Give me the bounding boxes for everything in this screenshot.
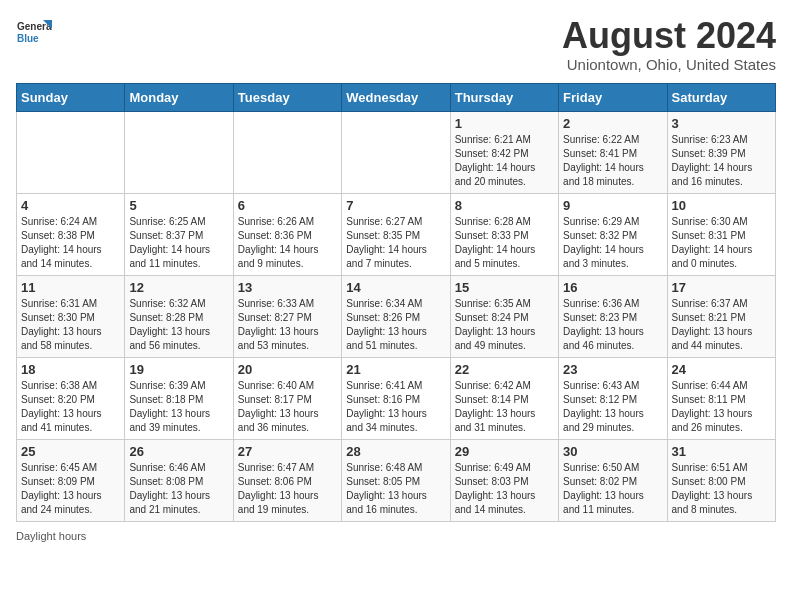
- day-info: Sunrise: 6:41 AMSunset: 8:16 PMDaylight:…: [346, 379, 445, 435]
- svg-text:Blue: Blue: [17, 33, 39, 44]
- day-info: Sunrise: 6:34 AMSunset: 8:26 PMDaylight:…: [346, 297, 445, 353]
- calendar-cell: 7Sunrise: 6:27 AMSunset: 8:35 PMDaylight…: [342, 193, 450, 275]
- day-number: 23: [563, 362, 662, 377]
- calendar-week-5: 25Sunrise: 6:45 AMSunset: 8:09 PMDayligh…: [17, 439, 776, 521]
- day-info: Sunrise: 6:36 AMSunset: 8:23 PMDaylight:…: [563, 297, 662, 353]
- day-number: 30: [563, 444, 662, 459]
- day-info: Sunrise: 6:49 AMSunset: 8:03 PMDaylight:…: [455, 461, 554, 517]
- day-number: 7: [346, 198, 445, 213]
- calendar-cell: 24Sunrise: 6:44 AMSunset: 8:11 PMDayligh…: [667, 357, 775, 439]
- day-info: Sunrise: 6:47 AMSunset: 8:06 PMDaylight:…: [238, 461, 337, 517]
- day-info: Sunrise: 6:23 AMSunset: 8:39 PMDaylight:…: [672, 133, 771, 189]
- calendar-cell: [233, 111, 341, 193]
- calendar-header-row: SundayMondayTuesdayWednesdayThursdayFrid…: [17, 83, 776, 111]
- day-number: 5: [129, 198, 228, 213]
- day-number: 4: [21, 198, 120, 213]
- calendar-cell: 9Sunrise: 6:29 AMSunset: 8:32 PMDaylight…: [559, 193, 667, 275]
- col-header-monday: Monday: [125, 83, 233, 111]
- calendar-cell: 28Sunrise: 6:48 AMSunset: 8:05 PMDayligh…: [342, 439, 450, 521]
- calendar-cell: 29Sunrise: 6:49 AMSunset: 8:03 PMDayligh…: [450, 439, 558, 521]
- day-info: Sunrise: 6:50 AMSunset: 8:02 PMDaylight:…: [563, 461, 662, 517]
- day-number: 12: [129, 280, 228, 295]
- calendar-cell: 23Sunrise: 6:43 AMSunset: 8:12 PMDayligh…: [559, 357, 667, 439]
- calendar-cell: 2Sunrise: 6:22 AMSunset: 8:41 PMDaylight…: [559, 111, 667, 193]
- calendar-cell: 18Sunrise: 6:38 AMSunset: 8:20 PMDayligh…: [17, 357, 125, 439]
- day-number: 16: [563, 280, 662, 295]
- day-info: Sunrise: 6:31 AMSunset: 8:30 PMDaylight:…: [21, 297, 120, 353]
- day-info: Sunrise: 6:30 AMSunset: 8:31 PMDaylight:…: [672, 215, 771, 271]
- day-info: Sunrise: 6:21 AMSunset: 8:42 PMDaylight:…: [455, 133, 554, 189]
- day-number: 22: [455, 362, 554, 377]
- day-number: 15: [455, 280, 554, 295]
- day-number: 14: [346, 280, 445, 295]
- calendar-week-3: 11Sunrise: 6:31 AMSunset: 8:30 PMDayligh…: [17, 275, 776, 357]
- day-info: Sunrise: 6:48 AMSunset: 8:05 PMDaylight:…: [346, 461, 445, 517]
- calendar-cell: 13Sunrise: 6:33 AMSunset: 8:27 PMDayligh…: [233, 275, 341, 357]
- calendar-cell: 3Sunrise: 6:23 AMSunset: 8:39 PMDaylight…: [667, 111, 775, 193]
- footer: Daylight hours: [16, 530, 776, 542]
- calendar-week-4: 18Sunrise: 6:38 AMSunset: 8:20 PMDayligh…: [17, 357, 776, 439]
- calendar-cell: 6Sunrise: 6:26 AMSunset: 8:36 PMDaylight…: [233, 193, 341, 275]
- day-info: Sunrise: 6:46 AMSunset: 8:08 PMDaylight:…: [129, 461, 228, 517]
- calendar-cell: 15Sunrise: 6:35 AMSunset: 8:24 PMDayligh…: [450, 275, 558, 357]
- col-header-thursday: Thursday: [450, 83, 558, 111]
- day-number: 17: [672, 280, 771, 295]
- title-area: August 2024 Uniontown, Ohio, United Stat…: [562, 16, 776, 73]
- day-info: Sunrise: 6:24 AMSunset: 8:38 PMDaylight:…: [21, 215, 120, 271]
- day-number: 19: [129, 362, 228, 377]
- page-subtitle: Uniontown, Ohio, United States: [562, 56, 776, 73]
- day-info: Sunrise: 6:33 AMSunset: 8:27 PMDaylight:…: [238, 297, 337, 353]
- calendar-cell: [125, 111, 233, 193]
- day-number: 18: [21, 362, 120, 377]
- header: General Blue August 2024 Uniontown, Ohio…: [16, 16, 776, 73]
- day-info: Sunrise: 6:25 AMSunset: 8:37 PMDaylight:…: [129, 215, 228, 271]
- day-number: 20: [238, 362, 337, 377]
- day-number: 28: [346, 444, 445, 459]
- col-header-tuesday: Tuesday: [233, 83, 341, 111]
- calendar-cell: 22Sunrise: 6:42 AMSunset: 8:14 PMDayligh…: [450, 357, 558, 439]
- day-info: Sunrise: 6:32 AMSunset: 8:28 PMDaylight:…: [129, 297, 228, 353]
- day-info: Sunrise: 6:43 AMSunset: 8:12 PMDaylight:…: [563, 379, 662, 435]
- day-info: Sunrise: 6:42 AMSunset: 8:14 PMDaylight:…: [455, 379, 554, 435]
- day-info: Sunrise: 6:44 AMSunset: 8:11 PMDaylight:…: [672, 379, 771, 435]
- day-number: 1: [455, 116, 554, 131]
- day-number: 13: [238, 280, 337, 295]
- logo: General Blue: [16, 16, 52, 52]
- calendar-cell: 30Sunrise: 6:50 AMSunset: 8:02 PMDayligh…: [559, 439, 667, 521]
- calendar-cell: 17Sunrise: 6:37 AMSunset: 8:21 PMDayligh…: [667, 275, 775, 357]
- col-header-wednesday: Wednesday: [342, 83, 450, 111]
- day-number: 8: [455, 198, 554, 213]
- day-info: Sunrise: 6:22 AMSunset: 8:41 PMDaylight:…: [563, 133, 662, 189]
- day-info: Sunrise: 6:28 AMSunset: 8:33 PMDaylight:…: [455, 215, 554, 271]
- day-info: Sunrise: 6:26 AMSunset: 8:36 PMDaylight:…: [238, 215, 337, 271]
- calendar-cell: 1Sunrise: 6:21 AMSunset: 8:42 PMDaylight…: [450, 111, 558, 193]
- calendar-cell: 25Sunrise: 6:45 AMSunset: 8:09 PMDayligh…: [17, 439, 125, 521]
- calendar-cell: [17, 111, 125, 193]
- day-number: 10: [672, 198, 771, 213]
- calendar-week-1: 1Sunrise: 6:21 AMSunset: 8:42 PMDaylight…: [17, 111, 776, 193]
- day-info: Sunrise: 6:38 AMSunset: 8:20 PMDaylight:…: [21, 379, 120, 435]
- day-info: Sunrise: 6:51 AMSunset: 8:00 PMDaylight:…: [672, 461, 771, 517]
- day-info: Sunrise: 6:27 AMSunset: 8:35 PMDaylight:…: [346, 215, 445, 271]
- page-title: August 2024: [562, 16, 776, 56]
- calendar-cell: 26Sunrise: 6:46 AMSunset: 8:08 PMDayligh…: [125, 439, 233, 521]
- calendar-cell: 31Sunrise: 6:51 AMSunset: 8:00 PMDayligh…: [667, 439, 775, 521]
- daylight-label: Daylight hours: [16, 530, 86, 542]
- calendar-cell: 4Sunrise: 6:24 AMSunset: 8:38 PMDaylight…: [17, 193, 125, 275]
- day-number: 24: [672, 362, 771, 377]
- day-info: Sunrise: 6:35 AMSunset: 8:24 PMDaylight:…: [455, 297, 554, 353]
- calendar-cell: 5Sunrise: 6:25 AMSunset: 8:37 PMDaylight…: [125, 193, 233, 275]
- calendar-table: SundayMondayTuesdayWednesdayThursdayFrid…: [16, 83, 776, 522]
- col-header-sunday: Sunday: [17, 83, 125, 111]
- day-number: 11: [21, 280, 120, 295]
- calendar-cell: 16Sunrise: 6:36 AMSunset: 8:23 PMDayligh…: [559, 275, 667, 357]
- day-info: Sunrise: 6:40 AMSunset: 8:17 PMDaylight:…: [238, 379, 337, 435]
- calendar-cell: [342, 111, 450, 193]
- col-header-saturday: Saturday: [667, 83, 775, 111]
- day-info: Sunrise: 6:29 AMSunset: 8:32 PMDaylight:…: [563, 215, 662, 271]
- day-number: 3: [672, 116, 771, 131]
- calendar-cell: 14Sunrise: 6:34 AMSunset: 8:26 PMDayligh…: [342, 275, 450, 357]
- logo-icon: General Blue: [16, 16, 52, 52]
- calendar-cell: 20Sunrise: 6:40 AMSunset: 8:17 PMDayligh…: [233, 357, 341, 439]
- day-number: 26: [129, 444, 228, 459]
